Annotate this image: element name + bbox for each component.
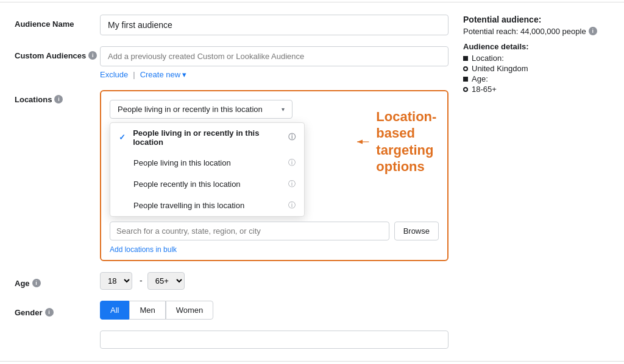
age-to-select[interactable]: 65+ bbox=[147, 272, 185, 290]
gender-all-button[interactable]: All bbox=[100, 301, 129, 320]
bullet-circle-icon bbox=[463, 87, 468, 92]
audience-details-label: Audience details: bbox=[463, 42, 609, 51]
location-dropdown-selected-label: People living in or recently in this loc… bbox=[118, 105, 263, 114]
location-option-1[interactable]: People living in this location ⓘ bbox=[110, 152, 304, 173]
location-option-0-label: People living in or recently in this loc… bbox=[133, 128, 283, 147]
link-separator: | bbox=[133, 70, 135, 79]
custom-audiences-control: Exclude | Create new ▾ bbox=[100, 46, 448, 79]
age-info-icon[interactable]: i bbox=[32, 279, 41, 287]
audience-name-input[interactable] bbox=[100, 15, 448, 35]
custom-audiences-info-icon[interactable]: i bbox=[88, 51, 97, 60]
annotation-text: Location-based targeting options bbox=[376, 108, 459, 175]
audience-links: Exclude | Create new ▾ bbox=[100, 70, 448, 79]
age-row: Age i 18 - 65+ bbox=[15, 272, 448, 290]
dropdown-arrow-icon: ▾ bbox=[282, 106, 285, 113]
location-dropdown-button[interactable]: People living in or recently in this loc… bbox=[110, 100, 292, 119]
bullet-square-icon bbox=[463, 77, 468, 82]
audience-name-label: Audience Name bbox=[15, 15, 100, 29]
gender-buttons: All Men Women bbox=[100, 301, 213, 320]
annotation-arrow-icon bbox=[356, 130, 370, 154]
gender-label: Gender i bbox=[15, 303, 100, 317]
detail-age-value: 18-65+ bbox=[463, 85, 609, 94]
potential-reach-info-icon[interactable]: i bbox=[589, 27, 597, 35]
audience-name-control bbox=[100, 15, 448, 35]
detail-location-value: United Kingdom bbox=[463, 64, 609, 73]
locations-row: Locations i People living in or recently… bbox=[15, 90, 448, 261]
age-from-select[interactable]: 18 bbox=[100, 272, 132, 290]
add-bulk-link[interactable]: Add locations in bulk bbox=[110, 245, 177, 254]
audience-name-row: Audience Name bbox=[15, 15, 448, 35]
custom-audiences-label: Custom Audiences i bbox=[15, 46, 100, 60]
gender-men-button[interactable]: Men bbox=[129, 301, 165, 320]
annotation-area: Location-based targeting options bbox=[356, 108, 459, 175]
audience-details-list: Location: United Kingdom Age: 18-65+ bbox=[463, 54, 609, 94]
location-search-input[interactable] bbox=[110, 222, 389, 240]
location-option-1-info-icon[interactable]: ⓘ bbox=[288, 158, 296, 168]
modal-footer: Cancel Create Saved Audience bbox=[0, 361, 624, 365]
location-option-2[interactable]: People recently in this location ⓘ bbox=[110, 173, 304, 195]
bullet-square-icon bbox=[463, 56, 468, 61]
location-dropdown-menu: People living in or recently in this loc… bbox=[110, 122, 305, 217]
location-option-0-info-icon[interactable]: ⓘ bbox=[288, 132, 296, 142]
location-option-3[interactable]: People travelling in this location ⓘ bbox=[110, 195, 304, 216]
locations-label: Locations i bbox=[15, 90, 100, 104]
bullet-circle-icon bbox=[463, 66, 468, 71]
form-section: Audience Name Custom Audiences i bbox=[15, 15, 448, 349]
location-option-2-label: People recently in this location bbox=[133, 180, 241, 189]
gender-info-icon[interactable]: i bbox=[45, 308, 54, 317]
location-search-row: Browse bbox=[110, 222, 439, 240]
potential-reach: Potential reach: 44,000,000 people i bbox=[463, 27, 609, 36]
custom-audiences-input[interactable] bbox=[100, 46, 448, 66]
dropdown-arrow-icon: ▾ bbox=[182, 70, 186, 79]
potential-audience-label: Potential audience: bbox=[463, 15, 609, 24]
create-new-link[interactable]: Create new ▾ bbox=[140, 70, 186, 79]
gender-row: Gender i All Men Women bbox=[15, 301, 448, 320]
sidebar-section: Potential audience: Potential reach: 44,… bbox=[463, 15, 609, 349]
modal-body: Audience Name Custom Audiences i bbox=[0, 2, 624, 361]
modal-overlay: Create a saved audience × Audience Name bbox=[0, 0, 624, 364]
location-option-1-label: People living in this location bbox=[133, 158, 231, 167]
browse-button[interactable]: Browse bbox=[394, 222, 439, 240]
detail-location-header: Location: bbox=[463, 54, 609, 63]
location-option-0[interactable]: People living in or recently in this loc… bbox=[110, 123, 304, 152]
custom-audiences-row: Custom Audiences i Exclude | Create new … bbox=[15, 46, 448, 79]
location-option-3-label: People travelling in this location bbox=[133, 201, 244, 210]
extra-field-placeholder bbox=[100, 331, 448, 349]
create-audience-modal: Create a saved audience × Audience Name bbox=[0, 0, 624, 364]
location-option-3-info-icon[interactable]: ⓘ bbox=[288, 200, 296, 211]
age-label: Age i bbox=[15, 274, 100, 288]
location-option-2-info-icon[interactable]: ⓘ bbox=[288, 179, 296, 189]
age-separator: - bbox=[140, 276, 143, 285]
age-controls: 18 - 65+ bbox=[100, 272, 187, 290]
gender-women-button[interactable]: Women bbox=[166, 301, 214, 320]
detail-age-header: Age: bbox=[463, 74, 609, 83]
locations-info-icon[interactable]: i bbox=[54, 95, 63, 103]
exclude-link[interactable]: Exclude bbox=[100, 70, 128, 79]
